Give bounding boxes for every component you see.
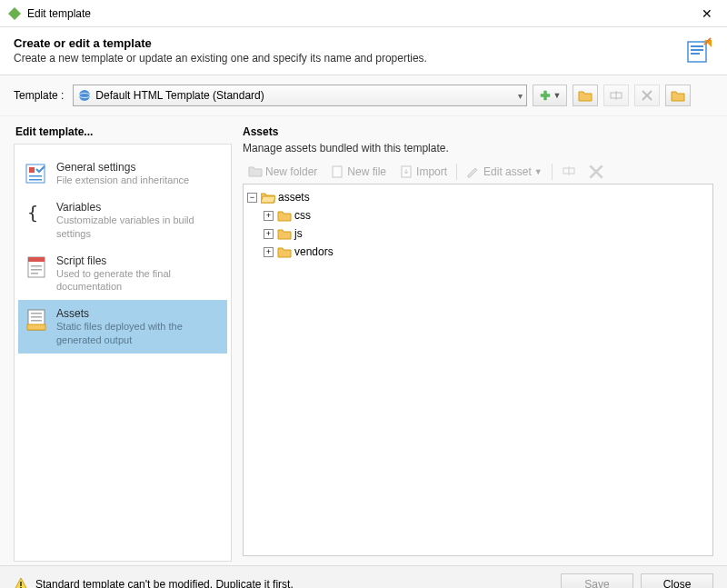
sidebar-item-label: Assets (56, 307, 222, 320)
sidebar-title: Edit template... (14, 125, 232, 138)
tree-node-css[interactable]: + css (247, 206, 709, 224)
svg-rect-24 (31, 273, 38, 274)
template-selected-text: Default HTML Template (Standard) (95, 89, 518, 102)
save-button[interactable]: Save (561, 573, 633, 589)
folder-icon (277, 227, 292, 240)
pencil-icon (466, 164, 481, 179)
sidebar-item-label: Variables (56, 201, 222, 214)
sidebar: Edit template... General settings File e… (14, 125, 232, 556)
svg-rect-4 (691, 53, 700, 55)
svg-rect-16 (29, 167, 35, 173)
rename-asset-button[interactable] (556, 162, 582, 182)
import-button[interactable]: Import (393, 162, 453, 182)
warning-icon (14, 577, 28, 589)
assets-toolbar: New folder New file Import Edit asset ▼ (243, 160, 713, 184)
tree-node-js[interactable]: + js (247, 224, 709, 243)
rename-icon (562, 164, 576, 179)
sidebar-item-desc: Customizable variables in build settings (56, 214, 222, 240)
svg-rect-22 (31, 265, 42, 267)
folder-icon (277, 209, 292, 222)
app-icon (7, 6, 22, 21)
window-title: Edit template (27, 7, 694, 20)
assets-icon (24, 307, 49, 333)
template-select[interactable]: Default HTML Template (Standard) ▾ (73, 85, 527, 106)
header-subtitle: Create a new template or update an exist… (14, 52, 684, 65)
tree-collapse-icon[interactable]: − (247, 193, 257, 203)
edit-asset-button[interactable]: Edit asset ▼ (461, 162, 548, 182)
file-icon (330, 164, 344, 179)
assets-tree[interactable]: − assets + css + js + vendors (243, 184, 713, 556)
svg-rect-2 (691, 45, 703, 47)
template-label: Template : (14, 89, 64, 102)
folder-icon (277, 245, 292, 258)
sidebar-item-desc: Used to generate the final documentation (56, 267, 222, 294)
add-template-button[interactable]: ▼ (533, 85, 567, 106)
braces-icon: { } (24, 201, 49, 226)
sidebar-item-general[interactable]: General settings File extension and inhe… (18, 154, 227, 194)
footer-warning-text: Standard template can't be modified. Dup… (35, 578, 553, 589)
new-file-button[interactable]: New file (324, 162, 392, 182)
browse-button[interactable] (665, 85, 691, 106)
assets-desc: Manage assets bundled with this template… (243, 142, 713, 154)
svg-rect-23 (31, 269, 42, 271)
svg-rect-3 (691, 49, 703, 51)
assets-title: Assets (243, 125, 713, 138)
tree-label: vendors (294, 245, 334, 258)
main-panel: Assets Manage assets bundled with this t… (243, 125, 713, 556)
tree-node-root[interactable]: − assets (247, 188, 709, 206)
sidebar-item-scripts[interactable]: Script files Used to generate the final … (18, 247, 227, 301)
delete-asset-button[interactable] (583, 162, 609, 182)
tree-expand-icon[interactable]: + (264, 247, 274, 257)
svg-rect-1 (688, 42, 706, 62)
delete-button[interactable] (634, 85, 660, 106)
header-title: Create or edit a template (14, 36, 684, 50)
header: Create or edit a template Create a new t… (0, 27, 727, 75)
svg-text:{ }: { } (27, 202, 49, 224)
settings-icon (24, 161, 49, 186)
open-folder-button[interactable] (573, 85, 598, 106)
svg-rect-26 (31, 313, 42, 314)
sidebar-item-assets[interactable]: Assets Static files deployed with the ge… (18, 300, 227, 354)
folder-icon (248, 164, 263, 179)
tree-expand-icon[interactable]: + (264, 229, 274, 239)
script-icon (24, 254, 49, 280)
sidebar-list: General settings File extension and inhe… (14, 144, 232, 562)
tree-expand-icon[interactable]: + (264, 211, 274, 221)
svg-rect-10 (541, 94, 551, 97)
svg-rect-29 (27, 324, 45, 330)
tree-label: assets (278, 191, 310, 204)
svg-rect-37 (20, 582, 22, 586)
svg-rect-21 (28, 257, 45, 262)
sidebar-item-label: Script files (56, 254, 222, 267)
tree-node-vendors[interactable]: + vendors (247, 243, 709, 261)
svg-rect-17 (29, 175, 42, 177)
separator (456, 164, 457, 180)
sidebar-item-label: General settings (56, 161, 222, 174)
html-icon (77, 88, 92, 103)
tree-label: css (294, 209, 311, 222)
sidebar-item-variables[interactable]: { } Variables Customizable variables in … (18, 194, 227, 247)
content-area: Edit template... General settings File e… (0, 116, 727, 565)
chevron-down-icon: ▼ (534, 167, 543, 176)
folder-open-icon (261, 191, 275, 204)
template-toolbar: Template : Default HTML Template (Standa… (0, 75, 727, 116)
template-edit-icon (684, 36, 713, 65)
titlebar: Edit template ✕ (0, 0, 727, 27)
svg-rect-18 (29, 179, 42, 181)
close-dialog-button[interactable]: Close (641, 573, 713, 589)
sidebar-item-desc: File extension and inheritance (56, 174, 222, 186)
svg-rect-30 (333, 166, 342, 177)
rename-button[interactable] (603, 85, 629, 106)
svg-rect-27 (31, 316, 42, 318)
import-icon (399, 164, 413, 179)
tree-label: js (294, 227, 303, 240)
close-button[interactable]: ✕ (694, 3, 720, 25)
separator (552, 164, 553, 180)
sidebar-item-desc: Static files deployed with the generated… (56, 320, 222, 346)
chevron-down-icon: ▾ (518, 91, 523, 101)
new-folder-button[interactable]: New folder (243, 162, 323, 182)
footer: Standard template can't be modified. Dup… (0, 565, 727, 588)
svg-point-7 (79, 90, 90, 101)
svg-marker-0 (8, 7, 21, 20)
delete-icon (589, 164, 603, 179)
